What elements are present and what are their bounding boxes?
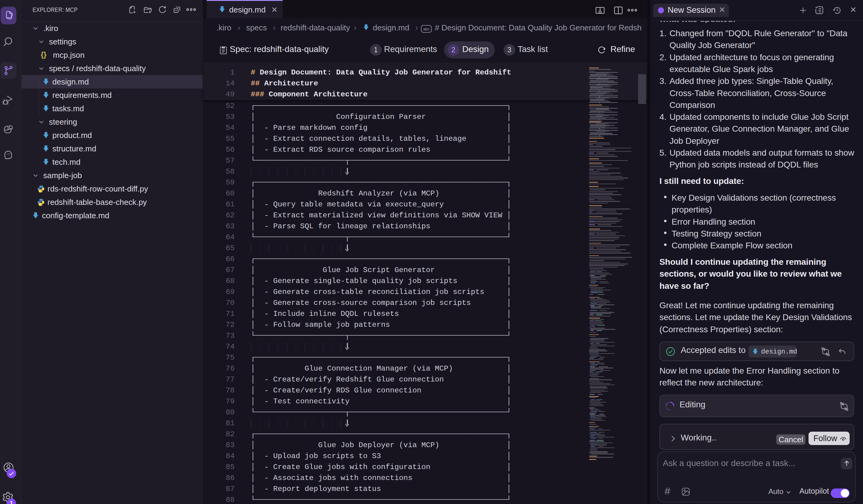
svg-text:abc: abc [423,27,430,31]
